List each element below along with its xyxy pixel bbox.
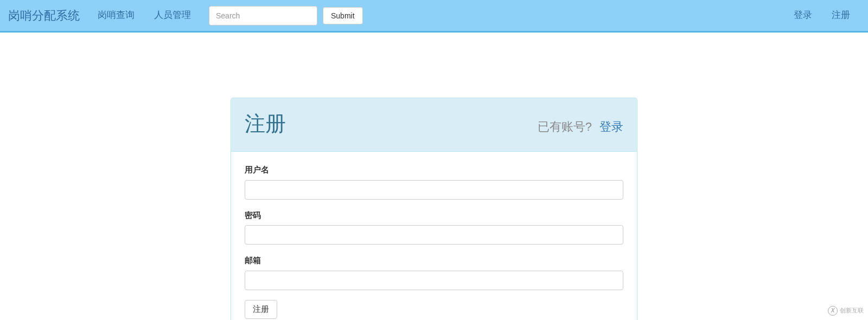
password-field[interactable] (245, 225, 623, 245)
panel-subtitle: 已有账号? 登录 (538, 118, 623, 135)
watermark-text: 创新互联 (840, 306, 864, 315)
navbar: 岗哨分配系统 岗哨查询 人员管理 Submit 登录 注册 (0, 0, 868, 33)
search-input[interactable] (209, 6, 317, 25)
username-label: 用户名 (245, 164, 623, 175)
password-label: 密码 (245, 209, 623, 221)
navbar-brand[interactable]: 岗哨分配系统 (8, 7, 88, 24)
nav-link-query[interactable]: 岗哨查询 (88, 9, 144, 22)
form-group-username: 用户名 (245, 164, 623, 199)
register-button[interactable]: 注册 (245, 300, 277, 319)
form-group-email: 邮箱 (245, 254, 623, 290)
email-label: 邮箱 (245, 254, 623, 266)
search-submit-button[interactable]: Submit (323, 7, 363, 24)
panel-heading: 注册 已有账号? 登录 (231, 98, 637, 152)
login-link[interactable]: 登录 (599, 118, 623, 135)
nav-link-register[interactable]: 注册 (822, 9, 860, 22)
nav-link-manage[interactable]: 人员管理 (144, 9, 201, 22)
has-account-text: 已有账号? (538, 118, 592, 135)
panel-title: 注册 (245, 109, 286, 138)
watermark-logo-icon: X (828, 306, 838, 316)
register-panel: 注册 已有账号? 登录 用户名 密码 邮箱 注册 (231, 98, 637, 320)
email-field[interactable] (245, 271, 623, 290)
nav-links: 岗哨查询 人员管理 (88, 9, 201, 22)
form-group-password: 密码 (245, 209, 623, 245)
navbar-search-form: Submit (209, 6, 363, 25)
navbar-right: 登录 注册 (784, 9, 860, 22)
panel-body: 用户名 密码 邮箱 注册 (231, 152, 637, 320)
watermark: X 创新互联 (828, 306, 864, 316)
main-container: 注册 已有账号? 登录 用户名 密码 邮箱 注册 (231, 33, 637, 320)
username-field[interactable] (245, 180, 623, 200)
nav-link-login[interactable]: 登录 (784, 9, 822, 22)
